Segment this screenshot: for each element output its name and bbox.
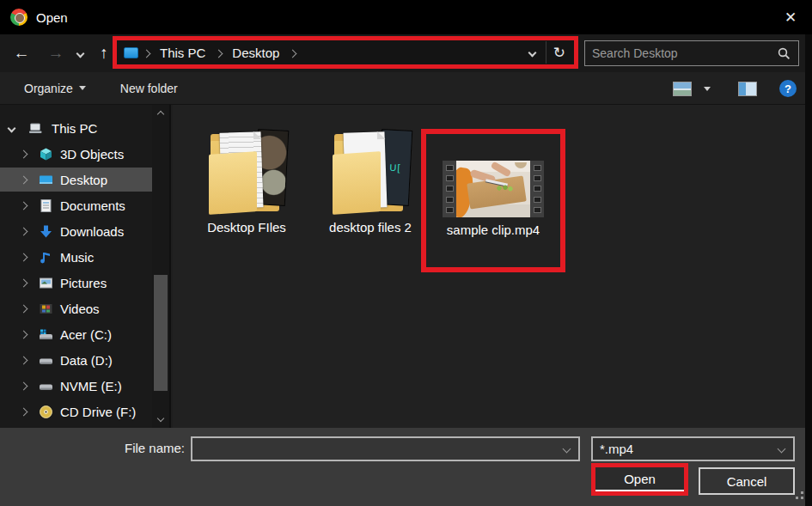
address-dropdown-button[interactable] [519, 41, 546, 64]
document-icon [39, 198, 53, 213]
video-thumbnail [443, 161, 544, 217]
search-input[interactable] [585, 46, 778, 60]
file-name-combobox[interactable] [191, 436, 580, 461]
file-name: desktop files 2 [306, 220, 435, 235]
file-name-input[interactable] [192, 438, 564, 460]
film-icon [39, 302, 53, 316]
sidebar-item-label: Videos [60, 302, 100, 316]
recent-locations-button[interactable] [70, 34, 89, 72]
sidebar-item-cd-drive-f[interactable]: CD Drive (F:) [0, 399, 152, 424]
cancel-button[interactable]: Cancel [699, 467, 795, 495]
sidebar-item-acer-c[interactable]: Acer (C:) [0, 322, 152, 346]
expander-down-icon[interactable] [8, 124, 16, 132]
expander-right-icon[interactable] [20, 407, 28, 416]
file-item-desktop-files[interactable]: Desktop FIles [182, 125, 311, 235]
dialog-body: This PC 3D Objects Desktop [0, 105, 812, 428]
expander-right-icon[interactable] [20, 381, 28, 390]
scroll-up-icon[interactable] [152, 107, 169, 121]
expander-right-icon[interactable] [20, 149, 28, 158]
sidebar-item-label: Acer (C:) [60, 327, 112, 342]
sidebar-item-label: 3D Objects [60, 147, 124, 162]
dialog-footer: File name: *.mp4 Open Cancel [0, 428, 812, 506]
organize-label: Organize [24, 82, 73, 95]
file-item-sample-clip[interactable]: sample clip.mp4 [426, 134, 560, 237]
navigation-pane: This PC 3D Objects Desktop [0, 105, 171, 428]
filmstrip-left-icon [443, 161, 456, 217]
cd-icon [39, 405, 53, 419]
filmstrip-right-icon [530, 161, 544, 217]
sidebar-item-videos[interactable]: Videos [0, 296, 152, 320]
expander-right-icon[interactable] [20, 304, 28, 313]
window-title: Open [36, 10, 68, 25]
title-bar: Open ✕ [0, 0, 812, 34]
folder-icon: U[ [331, 125, 410, 215]
drive-icon [39, 353, 53, 368]
sidebar-item-label: Desktop [60, 173, 107, 187]
chevron-down-icon [778, 445, 786, 454]
open-dialog: Open ✕ ← → ↑ This PC Desktop ↻ [0, 0, 812, 506]
computer-icon [28, 121, 43, 136]
search-box[interactable] [584, 40, 799, 66]
sidebar-item-this-pc[interactable]: This PC [0, 116, 152, 140]
expander-right-icon[interactable] [20, 330, 28, 338]
file-list: Desktop FIles U[ desktop files 2 [173, 105, 805, 428]
preview-pane-icon[interactable] [738, 82, 757, 96]
address-bar[interactable]: This PC Desktop ↻ [113, 36, 578, 69]
new-folder-button[interactable]: New folder [120, 82, 178, 95]
chevron-down-icon[interactable] [563, 445, 571, 454]
sidebar-item-pictures[interactable]: Pictures [0, 271, 152, 295]
sidebar-scrollbar[interactable] [152, 105, 169, 428]
file-name: Desktop FIles [182, 220, 311, 235]
sidebar-item-3d-objects[interactable]: 3D Objects [0, 142, 152, 166]
sidebar-item-nvme-e[interactable]: NVME (E:) [0, 374, 152, 398]
sidebar-item-data-d[interactable]: Data (D:) [0, 348, 152, 372]
sidebar-item-label: Documents [60, 198, 125, 213]
expander-right-icon[interactable] [20, 201, 28, 210]
file-name-label: File name: [82, 441, 185, 455]
file-type-select[interactable]: *.mp4 [591, 436, 795, 461]
sidebar-item-music[interactable]: Music [0, 245, 152, 269]
forward-button[interactable]: → [41, 34, 70, 72]
sidebar-item-label: Pictures [60, 276, 107, 290]
window-edge [805, 34, 812, 506]
sidebar-item-label: CD Drive (F:) [60, 405, 136, 419]
file-name: sample clip.mp4 [426, 223, 560, 237]
annotation-box-sample-clip: sample clip.mp4 [421, 129, 565, 272]
monitor-icon [39, 173, 53, 187]
refresh-icon[interactable]: ↻ [546, 44, 574, 62]
music-note-icon [39, 250, 53, 265]
drive-icon [39, 379, 53, 393]
sidebar-item-documents[interactable]: Documents [0, 193, 152, 217]
help-icon[interactable]: ? [779, 80, 797, 97]
expander-right-icon[interactable] [20, 253, 28, 261]
organize-button[interactable]: Organize [24, 82, 86, 95]
sidebar-item-desktop[interactable]: Desktop [0, 168, 152, 192]
back-button[interactable]: ← [7, 34, 36, 72]
file-type-value: *.mp4 [600, 442, 633, 456]
open-button[interactable]: Open [595, 467, 684, 491]
expander-right-icon[interactable] [20, 227, 28, 235]
scroll-down-icon[interactable] [152, 412, 169, 425]
command-bar: Organize New folder ? [0, 72, 812, 105]
expander-right-icon[interactable] [20, 278, 28, 287]
breadcrumb-this-pc[interactable]: This PC [160, 46, 205, 60]
chevron-right-icon [143, 45, 150, 60]
chevron-down-icon [79, 86, 86, 90]
change-view-icon[interactable] [673, 82, 692, 96]
view-options-chevron-icon[interactable] [704, 87, 711, 91]
monitor-icon [124, 47, 138, 58]
cube-icon [39, 147, 53, 162]
close-button[interactable]: ✕ [772, 0, 809, 34]
chrome-logo-icon [10, 9, 27, 26]
sidebar-item-downloads[interactable]: Downloads [0, 219, 152, 243]
folder-icon [207, 125, 286, 215]
breadcrumb-desktop[interactable]: Desktop [232, 46, 279, 60]
picture-icon [39, 276, 53, 290]
video-frame [456, 161, 530, 217]
scrollbar-thumb[interactable] [154, 275, 168, 391]
expander-right-icon[interactable] [20, 175, 28, 184]
file-item-desktop-files-2[interactable]: U[ desktop files 2 [306, 125, 435, 235]
sidebar-item-label: NVME (E:) [60, 379, 122, 393]
expander-right-icon[interactable] [20, 356, 28, 364]
search-icon [778, 47, 791, 60]
